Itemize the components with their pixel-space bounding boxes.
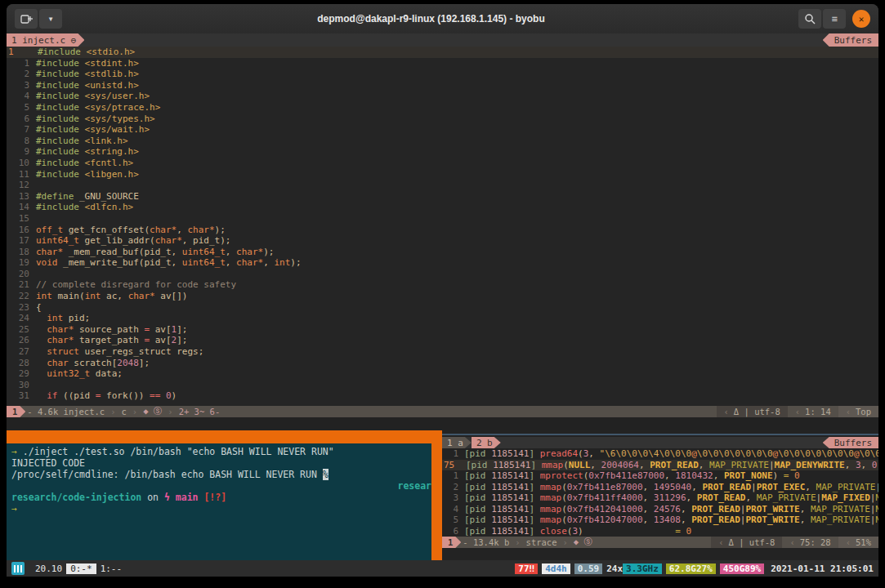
code-line: 3[pid 1185141] mmap(0x7fb411ff4000, 3112…	[442, 492, 878, 504]
line-number: 1	[442, 470, 464, 482]
code-line: 2[pid 1185141] mmap(0x7fb411e87000, 1495…	[442, 482, 878, 493]
code-line: 4[pid 1185141] mmap(0x7fb412041000, 2457…	[442, 504, 878, 515]
active-pane-border-horizontal	[7, 430, 442, 443]
ubuntu-release: 20.10	[31, 564, 66, 574]
line-number: 12	[7, 180, 36, 191]
vim-tabline-right: 1 a 2 b Buffers	[442, 437, 878, 448]
code-line: 10#include <fcntl.h>	[7, 158, 878, 169]
line-number: 7	[7, 124, 36, 136]
code-line: 5#include <sys/ptrace.h>	[7, 102, 878, 114]
inactive-pane-border	[442, 434, 878, 435]
line-number: 5	[442, 514, 464, 526]
terminal-line: /proc/self/cmdline: /bin/bash echo BASH …	[7, 469, 431, 480]
code-line: 1#include <stdint.h>	[7, 58, 878, 69]
line-number: 30	[7, 380, 36, 391]
hamburger-icon: ≡	[831, 13, 837, 24]
line-number: 17	[7, 235, 36, 247]
close-button[interactable]: ✕	[852, 10, 870, 28]
powerline-separator: ‹	[789, 537, 799, 547]
code-line: 2#include <stdlib.h>	[7, 69, 878, 80]
shell-pane[interactable]: → ./inject ./test.so /bin/bash "echo BAS…	[7, 443, 431, 560]
terminal-window: ▾ depmod@dakapl-r9-linux (192.168.1.145)…	[7, 4, 878, 577]
search-icon	[804, 13, 816, 24]
line-number: 4	[442, 504, 464, 515]
code-line: 24 int pid;	[7, 313, 878, 324]
code-line: 29 uint32_t data;	[7, 368, 878, 380]
code-line: 7#include <sys/wait.h>	[7, 124, 878, 136]
byobu-status-bar: 20.10 0:-* 1:-- 77‼ 4d4h 0.59 24x 3.3GHz…	[7, 560, 878, 577]
powerline-separator: ›	[511, 537, 524, 547]
line-number: 1	[7, 58, 36, 69]
tab-label: 2 b	[476, 438, 493, 448]
window-title: depmod@dakapl-r9-linux (192.168.1.145) -…	[64, 13, 798, 24]
linux-penguin-icon: Δ	[734, 407, 739, 416]
code-line: 5[pid 1185141] mmap(0x7fb412047000, 1340…	[442, 514, 878, 526]
line-number: 5	[7, 102, 36, 114]
powerline-separator: ‹	[724, 407, 734, 416]
memory-badge: 62.8G27%	[666, 564, 716, 574]
statusline-scroll: Top	[856, 407, 871, 416]
active-pane-border-vertical[interactable]	[431, 430, 442, 560]
line-number: 14	[7, 202, 36, 213]
line-number: 2	[442, 482, 464, 493]
code-line: 4#include <sys/user.h>	[7, 91, 878, 102]
code-line: 6#include <sys/types.h>	[7, 114, 878, 125]
powerline-separator: ›	[559, 537, 572, 547]
code-line: 20	[7, 269, 878, 280]
menu-button[interactable]: ≡	[823, 9, 846, 29]
line-number: 9	[7, 146, 36, 158]
line-number: 3	[7, 80, 36, 91]
tab-b[interactable]: 2 b	[472, 437, 501, 448]
code-line: 16off_t get_fcn_offset(char*, char*);	[7, 225, 878, 236]
code-line: 15	[7, 213, 878, 225]
terminal-line: → ./inject ./test.so /bin/bash "echo BAS…	[7, 446, 431, 457]
code-line: 11#include <libgen.h>	[7, 169, 878, 180]
uptime-badge: 4d4h	[542, 564, 570, 574]
code-line: 28 char scratch[2048];	[7, 358, 878, 369]
code-line: 9#include <string.h>	[7, 146, 878, 158]
buffers-label: Buffers	[834, 438, 872, 448]
statusline-top: 1 - 4.6k inject.c › c › ◆ ⓢ › 2+ 3~ 6- ‹…	[7, 406, 878, 417]
statusline-filename: - 13.4k b	[461, 537, 511, 547]
line-number: 22	[7, 291, 36, 302]
code-line: 23{	[7, 302, 878, 314]
tab-dropdown-button[interactable]: ▾	[39, 9, 62, 29]
line-number: 29	[7, 368, 36, 380]
line-number: 16	[7, 225, 36, 236]
line-number: 27	[7, 346, 36, 358]
line-number: 75	[442, 460, 466, 471]
terminal-plus-icon	[20, 14, 33, 24]
statusline-plugin-icons: ◆ ⓢ	[572, 537, 594, 548]
titlebar: ▾ depmod@dakapl-r9-linux (192.168.1.145)…	[7, 4, 878, 33]
code-pane-strace[interactable]: 1[pid 1185141] pread64(3, "\6\0\0\0\4\0\…	[442, 448, 878, 537]
line-number: 6	[442, 526, 464, 537]
powerline-separator: ‹	[846, 537, 856, 547]
line-number: 2	[7, 69, 36, 80]
buffers-label: Buffers	[834, 35, 872, 46]
strace-pane[interactable]: 1 a 2 b Buffers 1[pid 1185141] pread64(3…	[442, 430, 878, 560]
code-line: 1[pid 1185141] pread64(3, "\6\0\0\0\4\0\…	[442, 448, 878, 460]
line-number: 26	[7, 335, 36, 346]
tab-label: 1 a	[447, 438, 463, 448]
tab-inject-c[interactable]: 1 inject.c ⊖	[7, 33, 84, 47]
statusline-scroll: 51%	[856, 537, 871, 547]
line-number: 15	[7, 213, 36, 225]
code-line: 19void _mem_write_buf(pid_t, uint64_t, c…	[7, 257, 878, 269]
line-number: 20	[7, 269, 36, 280]
byobu-window-1[interactable]: 1:--	[96, 564, 127, 574]
code-line: 12	[7, 180, 878, 191]
search-button[interactable]	[798, 9, 821, 29]
code-pane-inject-c[interactable]: 1#include <stdio.h>1#include <stdint.h>2…	[7, 47, 878, 403]
tab-a[interactable]: 1 a	[442, 437, 472, 448]
clock: 2021-01-11 21:05:01	[771, 564, 874, 574]
buffers-tab-right[interactable]: Buffers	[823, 437, 878, 448]
line-number: 13	[7, 191, 36, 203]
powerline-separator: ›	[128, 407, 141, 416]
code-line: 8#include <link.h>	[7, 136, 878, 147]
byobu-window-0[interactable]: 0:-*	[66, 564, 96, 574]
code-line: 18char* _mem_read_buf(pid_t, uint64_t, c…	[7, 247, 878, 258]
new-tab-button[interactable]	[15, 9, 38, 29]
line-number: 8	[7, 136, 36, 147]
buffers-tab-top[interactable]: Buffers	[823, 33, 878, 47]
tab-label: 1 inject.c	[11, 35, 65, 46]
